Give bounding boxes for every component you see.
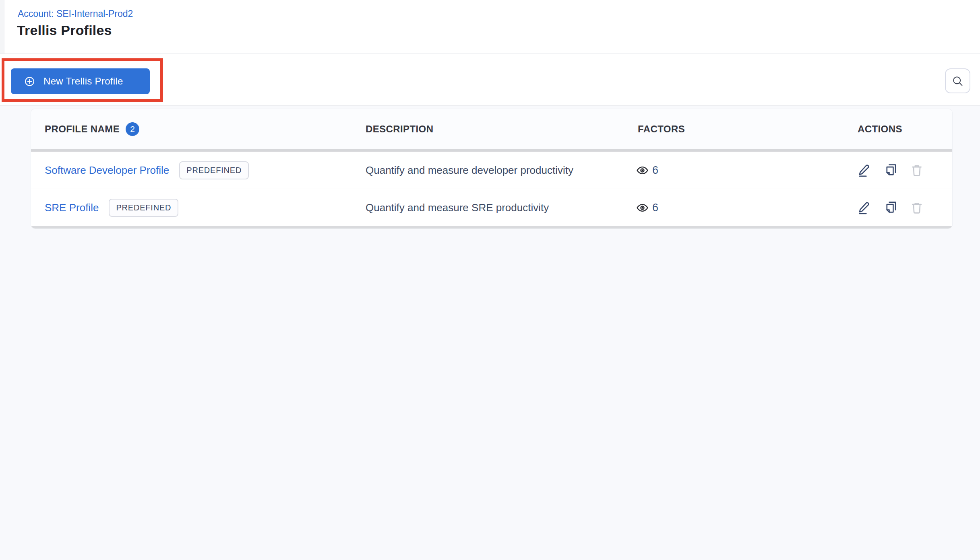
factors-count: 6 (652, 164, 658, 177)
profile-name-link[interactable]: SRE Profile (45, 202, 99, 214)
edit-profile-button[interactable] (858, 163, 871, 177)
new-trellis-profile-button[interactable]: New Trellis Profile (11, 68, 150, 94)
profile-description: Quantify and measure SRE productivity (366, 202, 549, 214)
table-header-row: PROFILE NAME 2 DESCRIPTION FACTORS ACTIO… (31, 109, 952, 149)
content-area: PROFILE NAME 2 DESCRIPTION FACTORS ACTIO… (0, 106, 980, 560)
toolbar: New Trellis Profile (0, 54, 980, 105)
clone-profile-button[interactable] (884, 163, 897, 177)
profile-count-badge: 2 (126, 122, 139, 136)
copy-icon (884, 163, 897, 177)
profiles-table: PROFILE NAME 2 DESCRIPTION FACTORS ACTIO… (31, 109, 952, 229)
delete-profile-button[interactable] (910, 163, 924, 177)
trash-icon (910, 163, 924, 177)
account-breadcrumb-link[interactable]: Account: SEI-Internal-Prod2 (18, 8, 133, 19)
column-header-factors: FACTORS (636, 124, 685, 135)
predefined-badge: PREDEFINED (179, 161, 249, 179)
column-header-profile-name: PROFILE NAME (45, 124, 120, 135)
table-row: SRE Profile PREDEFINED Quantify and meas… (31, 189, 952, 226)
plus-circle-icon (24, 76, 35, 87)
pencil-icon (858, 201, 871, 214)
profile-description: Quantify and measure developer productiv… (366, 164, 573, 176)
profile-name-link[interactable]: Software Developer Profile (45, 164, 169, 177)
page-title: Trellis Profiles (17, 22, 112, 39)
search-icon (952, 75, 963, 87)
search-button[interactable] (945, 68, 970, 93)
column-header-description: DESCRIPTION (366, 124, 433, 134)
table-row: Software Developer Profile PREDEFINED Qu… (31, 152, 952, 189)
trellis-profiles-page: Account: SEI-Internal-Prod2 Trellis Prof… (0, 0, 980, 560)
predefined-badge: PREDEFINED (109, 199, 178, 217)
edit-profile-button[interactable] (858, 201, 871, 214)
table-bottom-scrollbar[interactable] (31, 226, 952, 229)
eye-icon (636, 202, 649, 214)
factors-count: 6 (652, 202, 658, 214)
delete-profile-button[interactable] (910, 201, 924, 214)
new-trellis-profile-label: New Trellis Profile (43, 76, 123, 87)
pencil-icon (858, 163, 871, 177)
clone-profile-button[interactable] (884, 201, 897, 214)
eye-icon (636, 164, 649, 177)
copy-icon (884, 201, 897, 214)
trash-icon (910, 201, 924, 214)
column-header-actions: ACTIONS (858, 124, 902, 135)
